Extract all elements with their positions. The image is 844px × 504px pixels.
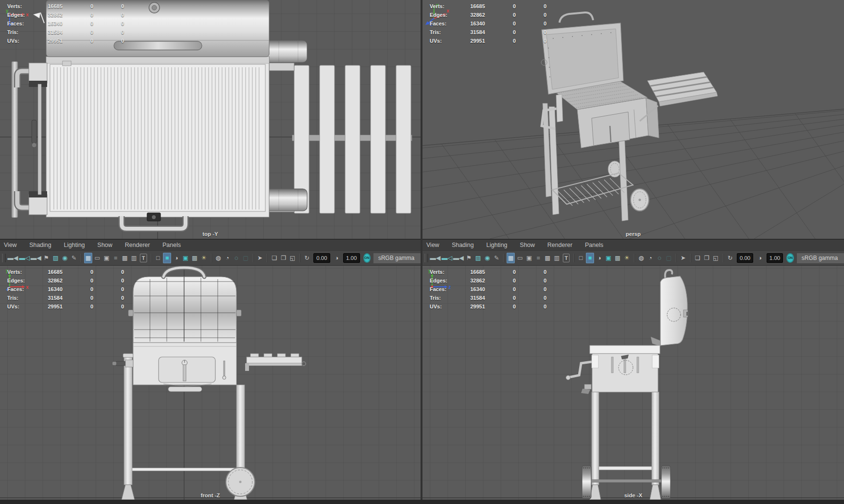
menu-show[interactable]: Show <box>514 242 541 248</box>
grid-icon[interactable]: ▦ <box>84 253 92 263</box>
wireframe-icon[interactable]: □ <box>577 253 585 263</box>
viewport-front[interactable]: Verts:1668500Edges:3286200Faces:1634000T… <box>0 265 421 500</box>
menu-lighting[interactable]: Lighting <box>58 242 91 248</box>
default-material-icon[interactable]: ◑ <box>172 253 180 263</box>
lights-icon[interactable]: ☀ <box>623 253 631 263</box>
hud-label: Tris: <box>430 28 462 37</box>
menu-shading[interactable]: Shading <box>446 242 480 248</box>
hud-row-verts: Verts:1668500 <box>7 2 132 11</box>
menu-panels[interactable]: Panels <box>156 242 187 248</box>
resolution-gate-icon[interactable]: ▣ <box>102 253 111 263</box>
gamma-toggle[interactable]: ON <box>363 253 371 263</box>
hud-col3: 0 <box>516 294 546 302</box>
default-material-icon[interactable]: ◑ <box>595 253 603 263</box>
lock-camera-icon[interactable]: ▬◁ <box>442 253 452 263</box>
camera-attributes-icon[interactable]: ▬◀ <box>31 253 41 263</box>
pan-zoom-icon[interactable]: ◉ <box>61 253 69 263</box>
contrast-field[interactable]: 1.00 <box>343 253 360 263</box>
hud-col2: 0 <box>62 37 93 45</box>
isolate-select-icon[interactable]: ❏ <box>693 253 701 263</box>
bookmark-icon[interactable]: ⚑ <box>465 253 473 263</box>
grease-pencil-icon[interactable]: ✎ <box>70 253 78 263</box>
hud-value: 16340 <box>40 19 62 28</box>
select-camera-icon[interactable]: ▬◀ <box>430 253 441 263</box>
isolate-add-icon[interactable]: ❐ <box>703 253 711 263</box>
hud-top-view: Verts:1668500Edges:3286200Faces:1634000T… <box>7 2 132 45</box>
textured-icon[interactable]: ▣ <box>181 253 189 263</box>
pan-zoom-icon[interactable]: ◉ <box>483 253 491 263</box>
gate-mask-icon[interactable]: ■ <box>112 253 120 263</box>
motion-blur-icon[interactable]: ◌ <box>656 253 664 263</box>
hud-col2: 0 <box>62 276 93 285</box>
menu-view[interactable]: View <box>0 242 23 248</box>
hud-label: Edges: <box>7 276 40 285</box>
viewport-label: side -X <box>422 492 844 498</box>
menu-show[interactable]: Show <box>91 242 119 248</box>
gamma-toggle[interactable]: ON <box>786 253 794 263</box>
shadows-icon[interactable]: ◍ <box>214 253 222 263</box>
grease-pencil-icon[interactable]: ✎ <box>492 253 500 263</box>
viewport-side[interactable]: Verts:1668500Edges:3286200Faces:1634000T… <box>422 265 844 500</box>
anti-alias-icon[interactable]: ▢ <box>242 253 250 263</box>
lights-icon[interactable]: ☀ <box>200 253 208 263</box>
film-gate-icon[interactable]: ▭ <box>516 253 524 263</box>
field-chart-icon[interactable]: ▩ <box>544 253 552 263</box>
motion-blur-icon[interactable]: ◌ <box>232 253 240 263</box>
safe-action-icon[interactable]: ▥ <box>130 253 138 263</box>
viewport-persp[interactable]: Verts:1668500Edges:3286200Faces:1634000T… <box>422 0 844 239</box>
safe-title-icon[interactable]: T <box>140 254 147 262</box>
image-plane-icon[interactable]: ▨ <box>474 253 482 263</box>
contrast-icon[interactable]: ◑ <box>333 253 341 263</box>
menu-lighting[interactable]: Lighting <box>480 242 514 248</box>
shadows-icon[interactable]: ◍ <box>637 253 645 263</box>
image-plane-icon[interactable]: ▨ <box>51 253 60 263</box>
field-chart-icon[interactable]: ▩ <box>121 253 129 263</box>
hud-value: 16340 <box>462 285 485 294</box>
checkered-icon[interactable]: ▩ <box>190 253 199 263</box>
anti-alias-icon[interactable]: ▢ <box>665 253 673 263</box>
menu-view[interactable]: View <box>422 242 446 248</box>
ssao-icon[interactable]: ◔ <box>646 253 655 263</box>
panel-toolbar-right: ▬◀▬◁▬◀⚑▨◉✎▦▭▣■▩▥T□■◑▣▩☀◍◔◌▢➤❏❐◱↻0.00◑1.0… <box>422 250 844 265</box>
checkered-icon[interactable]: ▩ <box>613 253 621 263</box>
hud-value: 31584 <box>40 294 62 302</box>
menu-shading[interactable]: Shading <box>23 242 58 248</box>
resolution-gate-icon[interactable]: ▣ <box>525 253 533 263</box>
exposure-icon[interactable]: ↻ <box>726 253 734 263</box>
menu-renderer[interactable]: Renderer <box>541 242 579 248</box>
safe-action-icon[interactable]: ▥ <box>553 253 561 263</box>
isolate-select-icon[interactable]: ❏ <box>270 253 278 263</box>
textured-icon[interactable]: ▣ <box>604 253 612 263</box>
lock-camera-icon[interactable]: ▬◁ <box>19 253 30 263</box>
ssao-icon[interactable]: ◔ <box>223 253 231 263</box>
selection-highlight-icon[interactable]: ➤ <box>256 253 264 263</box>
hud-col2: 0 <box>62 268 93 276</box>
wireframe-icon[interactable]: □ <box>154 253 162 263</box>
hud-persp-view: Verts:1668500Edges:3286200Faces:1634000T… <box>430 2 555 45</box>
exposure-field[interactable]: 0.00 <box>737 253 754 263</box>
toolbar-separator <box>634 254 634 262</box>
viewport-divider[interactable] <box>421 0 422 500</box>
isolate-remove-icon[interactable]: ◱ <box>712 253 720 263</box>
hud-front-view: Verts:1668500Edges:3286200Faces:1634000T… <box>7 268 132 311</box>
safe-title-icon[interactable]: T <box>563 254 570 262</box>
bookmark-icon[interactable]: ⚑ <box>42 253 50 263</box>
isolate-remove-icon[interactable]: ◱ <box>288 253 297 263</box>
exposure-field[interactable]: 0.00 <box>313 253 330 263</box>
contrast-field[interactable]: 1.00 <box>767 253 783 263</box>
exposure-icon[interactable]: ↻ <box>303 253 311 263</box>
gate-mask-icon[interactable]: ■ <box>534 253 543 263</box>
contrast-icon[interactable]: ◑ <box>756 253 764 263</box>
isolate-add-icon[interactable]: ❐ <box>279 253 287 263</box>
viewport-top[interactable]: Verts:1668500Edges:3286200Faces:1634000T… <box>0 0 421 239</box>
hud-col3: 0 <box>516 268 546 276</box>
grid-icon[interactable]: ▦ <box>507 253 515 263</box>
smooth-shade-icon[interactable]: ■ <box>586 253 594 263</box>
film-gate-icon[interactable]: ▭ <box>93 253 101 263</box>
smooth-shade-icon[interactable]: ■ <box>163 253 171 263</box>
selection-highlight-icon[interactable]: ➤ <box>679 253 687 263</box>
menu-renderer[interactable]: Renderer <box>119 242 156 248</box>
select-camera-icon[interactable]: ▬◀ <box>8 253 18 263</box>
menu-panels[interactable]: Panels <box>579 242 609 248</box>
camera-attributes-icon[interactable]: ▬◀ <box>453 253 464 263</box>
